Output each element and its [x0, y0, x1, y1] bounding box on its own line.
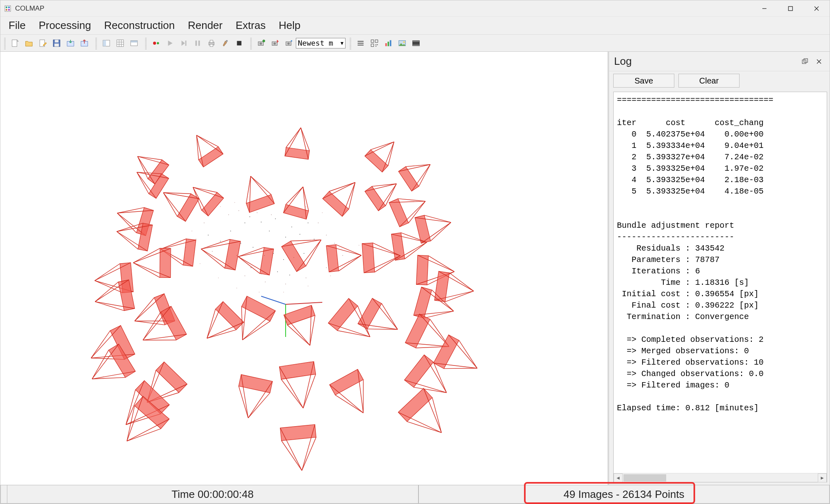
svg-marker-253 [416, 255, 429, 285]
svg-point-45 [291, 40, 293, 42]
svg-line-245 [306, 240, 321, 266]
svg-line-269 [382, 304, 398, 330]
open-project-icon[interactable] [22, 37, 35, 50]
svg-point-81 [220, 241, 221, 242]
qrcode-icon[interactable] [368, 37, 381, 50]
svg-line-139 [286, 128, 301, 147]
svg-marker-183 [246, 194, 274, 212]
feature-extraction-icon[interactable] [100, 37, 113, 50]
dense-stereo-icon[interactable] [269, 37, 282, 50]
menu-processing[interactable]: Processing [32, 18, 98, 33]
svg-point-27 [157, 42, 159, 44]
svg-line-334 [248, 393, 270, 418]
svg-line-354 [303, 374, 316, 408]
menu-reconstruction[interactable]: Reconstruction [98, 18, 181, 33]
play-icon[interactable] [163, 37, 176, 50]
new-project-icon[interactable] [9, 37, 22, 50]
status-bar: Time 00:00:00:48 49 Images - 26134 Point… [0, 485, 830, 504]
svg-marker-29 [182, 40, 185, 46]
svg-line-259 [449, 273, 474, 291]
stop-icon[interactable] [233, 37, 246, 50]
menu-render[interactable]: Render [181, 18, 229, 33]
svg-point-88 [228, 214, 229, 215]
svg-line-209 [336, 244, 361, 255]
app-icon [4, 5, 11, 12]
svg-point-96 [334, 243, 335, 244]
grab-movie-icon[interactable] [409, 37, 423, 50]
svg-line-191 [342, 183, 355, 216]
grab-image-icon[interactable] [396, 37, 409, 50]
svg-point-124 [359, 245, 359, 246]
svg-marker-323 [404, 355, 433, 387]
menu-extras[interactable]: Extras [229, 18, 272, 33]
svg-rect-34 [210, 40, 213, 42]
dense-undistort-icon[interactable] [255, 37, 268, 50]
svg-line-335 [239, 386, 248, 418]
dense-fuse-icon[interactable] [282, 37, 295, 50]
svg-rect-4 [8, 9, 10, 11]
svg-rect-49 [371, 40, 374, 42]
svg-rect-56 [387, 42, 389, 46]
render-options-icon[interactable] [354, 37, 367, 50]
svg-marker-28 [168, 40, 172, 46]
svg-line-125 [286, 302, 322, 304]
import-model-icon[interactable] [64, 37, 77, 50]
svg-point-99 [212, 251, 213, 252]
svg-point-112 [306, 206, 306, 207]
3d-viewport[interactable] [0, 52, 608, 485]
menu-help[interactable]: Help [272, 18, 307, 33]
svg-line-359 [432, 398, 441, 433]
svg-line-355 [281, 379, 303, 408]
svg-point-73 [240, 243, 241, 244]
svg-line-192 [323, 183, 355, 199]
svg-rect-6 [788, 7, 793, 11]
dock-float-icon[interactable] [799, 56, 811, 67]
export-model-icon[interactable] [78, 37, 91, 50]
svg-point-120 [283, 292, 284, 293]
database-mgmt-icon[interactable] [128, 37, 141, 50]
svg-rect-13 [55, 40, 58, 42]
svg-point-118 [236, 288, 237, 288]
svg-point-64 [249, 216, 250, 217]
stats-icon[interactable] [382, 37, 395, 50]
svg-line-169 [137, 172, 149, 194]
model-selector-dropdown[interactable]: Newest m▼ [296, 38, 346, 48]
svg-point-42 [273, 42, 276, 45]
log-hscrollbar[interactable]: ◄ ► [614, 473, 827, 482]
save-project-icon[interactable] [50, 37, 63, 50]
svg-marker-10 [17, 40, 19, 41]
close-button[interactable] [804, 0, 830, 17]
svg-rect-54 [376, 46, 376, 46]
svg-line-144 [371, 142, 394, 150]
log-save-button[interactable]: Save [613, 74, 674, 88]
panel-close-icon[interactable] [813, 56, 825, 67]
svg-point-39 [260, 42, 262, 45]
feature-matching-icon[interactable] [114, 37, 127, 50]
record-icon[interactable] [150, 37, 163, 50]
pause-icon[interactable] [191, 37, 204, 50]
log-clear-button[interactable]: Clear [678, 74, 740, 88]
svg-rect-62 [413, 44, 420, 46]
svg-line-224 [117, 231, 138, 249]
svg-point-72 [314, 239, 315, 240]
minimize-button[interactable] [751, 0, 777, 17]
log-text-area[interactable]: ================================ iter co… [614, 92, 827, 473]
svg-marker-193 [389, 199, 409, 227]
svg-point-87 [289, 275, 290, 275]
svg-line-189 [329, 183, 355, 191]
svg-point-105 [326, 267, 327, 268]
svg-line-150 [419, 165, 430, 187]
print-icon[interactable] [205, 37, 218, 50]
svg-line-250 [375, 256, 401, 272]
bundle-adjust-icon[interactable] [219, 37, 232, 50]
svg-point-26 [153, 42, 156, 44]
menu-file[interactable]: File [2, 18, 32, 33]
edit-project-icon[interactable] [36, 37, 49, 50]
window-title: COLMAP [15, 4, 44, 13]
step-icon[interactable] [177, 37, 190, 50]
svg-point-104 [306, 277, 306, 278]
maximize-button[interactable] [777, 0, 804, 17]
svg-rect-50 [375, 40, 378, 42]
svg-rect-14 [55, 43, 59, 46]
svg-line-346 [92, 344, 119, 379]
